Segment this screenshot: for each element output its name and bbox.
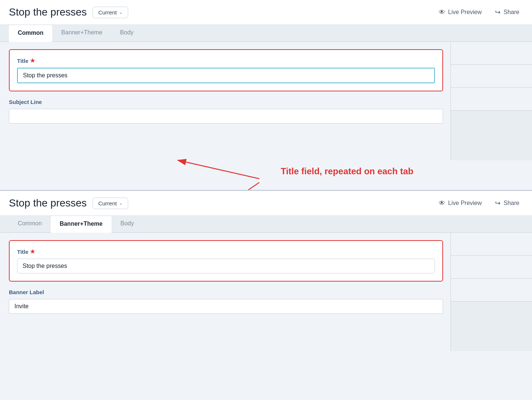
top-right-col bbox=[450, 42, 532, 160]
bottom-right-col-item-3 bbox=[451, 279, 532, 302]
bottom-panel: Stop the presses Current ⌄ 👁 Live Previe… bbox=[0, 190, 532, 351]
bottom-panel-body: Title ★ Banner Label bbox=[0, 233, 532, 351]
top-right-col-item-3 bbox=[451, 88, 532, 111]
top-tab-common[interactable]: Common bbox=[9, 25, 52, 42]
top-subject-line-group: Subject Line bbox=[9, 99, 443, 124]
top-subject-line-input[interactable] bbox=[9, 109, 443, 124]
eye-icon: 👁 bbox=[439, 9, 445, 16]
top-panel-title: Stop the presses bbox=[9, 6, 87, 18]
bottom-title-required-star: ★ bbox=[30, 248, 35, 255]
bottom-chevron-down-icon: ⌄ bbox=[119, 201, 123, 206]
bottom-tab-banner-theme[interactable]: Banner+Theme bbox=[51, 216, 112, 233]
bottom-tab-body[interactable]: Body bbox=[112, 216, 143, 232]
bottom-right-col-item-2 bbox=[451, 256, 532, 279]
top-title-section: Title ★ bbox=[9, 49, 443, 91]
bottom-eye-icon: 👁 bbox=[439, 199, 445, 207]
top-panel-body: Title ★ Subject Line bbox=[0, 42, 532, 160]
bottom-title-label: Title ★ bbox=[17, 248, 435, 255]
bottom-tab-common[interactable]: Common bbox=[9, 216, 51, 232]
top-title-label: Title ★ bbox=[17, 57, 435, 64]
bottom-version-label: Current bbox=[98, 200, 117, 206]
share-icon: ↪ bbox=[495, 8, 501, 16]
bottom-title-input[interactable] bbox=[17, 259, 435, 273]
annotation-section: Title field, repeated on each tab bbox=[0, 160, 532, 190]
bottom-tabs-row: Common Banner+Theme Body bbox=[0, 216, 532, 233]
bottom-live-preview-label: Live Preview bbox=[448, 200, 482, 206]
annotation-text: Title field, repeated on each tab bbox=[281, 166, 413, 177]
bottom-share-button[interactable]: ↪ Share bbox=[491, 197, 523, 209]
top-right-col-item-1 bbox=[451, 42, 532, 65]
bottom-share-icon: ↪ bbox=[495, 199, 501, 207]
top-live-preview-label: Live Preview bbox=[448, 9, 482, 16]
top-title-required-star: ★ bbox=[30, 57, 35, 64]
top-share-button[interactable]: ↪ Share bbox=[491, 6, 523, 19]
svg-line-2 bbox=[178, 160, 259, 179]
bottom-share-label: Share bbox=[503, 200, 519, 206]
chevron-down-icon: ⌄ bbox=[119, 10, 123, 15]
top-tab-body[interactable]: Body bbox=[111, 25, 142, 41]
bottom-panel-header: Stop the presses Current ⌄ 👁 Live Previe… bbox=[0, 191, 532, 216]
top-tab-banner-theme[interactable]: Banner+Theme bbox=[52, 25, 111, 41]
top-share-label: Share bbox=[503, 9, 519, 16]
bottom-right-col bbox=[450, 233, 532, 351]
bottom-title-section: Title ★ bbox=[9, 240, 443, 282]
top-right-col-item-2 bbox=[451, 65, 532, 88]
bottom-right-col-item-1 bbox=[451, 233, 532, 256]
bottom-banner-label-label: Banner Label bbox=[9, 289, 443, 295]
bottom-banner-label-input[interactable] bbox=[9, 299, 443, 314]
bottom-live-preview-button[interactable]: 👁 Live Preview bbox=[435, 197, 486, 209]
bottom-panel-title: Stop the presses bbox=[9, 197, 87, 209]
top-live-preview-button[interactable]: 👁 Live Preview bbox=[435, 6, 486, 19]
bottom-banner-label-group: Banner Label bbox=[9, 289, 443, 314]
top-subject-line-label: Subject Line bbox=[9, 99, 443, 105]
top-version-dropdown[interactable]: Current ⌄ bbox=[93, 7, 128, 18]
bottom-version-dropdown[interactable]: Current ⌄ bbox=[93, 198, 128, 209]
top-title-input[interactable] bbox=[17, 68, 435, 83]
top-version-label: Current bbox=[98, 9, 117, 16]
top-panel: Stop the presses Current ⌄ 👁 Live Previe… bbox=[0, 0, 532, 160]
top-panel-header: Stop the presses Current ⌄ 👁 Live Previe… bbox=[0, 0, 532, 25]
top-tabs-row: Common Banner+Theme Body bbox=[0, 25, 532, 42]
